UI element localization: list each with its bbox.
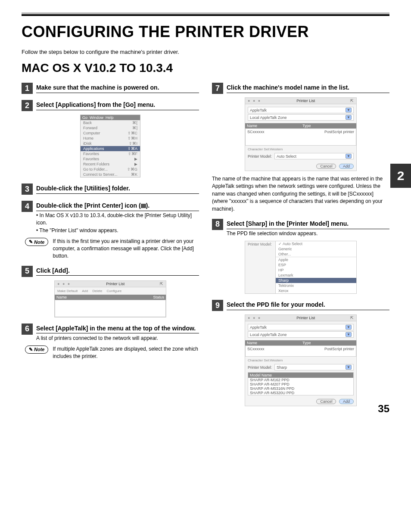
printer-list-screenshot: ● ● ●Printer List⇱ Make Default Add Dele… bbox=[54, 280, 166, 317]
printer-model-value: Sharp bbox=[277, 365, 287, 370]
step-number: 6 bbox=[22, 324, 33, 335]
menu-item: Home⇧⌘H bbox=[81, 136, 140, 141]
rule-thin bbox=[22, 13, 389, 13]
menu-item-selected: Applications⇧⌘A bbox=[81, 146, 140, 151]
col-header: Type bbox=[301, 123, 356, 128]
step-4: 4 Double-click the [Print Center] icon (… bbox=[22, 201, 199, 260]
col-header: Name bbox=[245, 123, 301, 128]
step-3: 3 Double-click the [Utilities] folder. bbox=[22, 184, 199, 195]
list-row: SHARP AR-M207 PPD bbox=[248, 382, 353, 386]
menu-option: ESP bbox=[276, 262, 356, 268]
charset-label: Character Set:Western bbox=[248, 147, 354, 151]
step-1: 1 Make sure that the machine is powered … bbox=[22, 83, 199, 94]
menu-header: Help bbox=[106, 115, 114, 120]
menu-item: Back⌘[ bbox=[81, 120, 140, 125]
list-row: SHARP AR-M5316N PPD bbox=[248, 386, 353, 391]
printer-model-menu-screenshot: Printer Model: Auto Select Generic Other… bbox=[245, 241, 357, 294]
printer-model-label: Printer Model: bbox=[248, 154, 272, 159]
col-header: Name bbox=[245, 340, 301, 345]
col-header: Type bbox=[301, 340, 356, 345]
step-6: 6 Select [AppleTalk] in the menu at the … bbox=[22, 324, 199, 360]
step-number: 3 bbox=[22, 184, 33, 195]
step-title: Make sure that the machine is powered on… bbox=[36, 83, 199, 93]
note-badge: Note bbox=[25, 345, 48, 354]
step-title: Click the machine's model name in the li… bbox=[227, 83, 389, 93]
step-5: 5 Click [Add]. ● ● ●Printer List⇱ Make D… bbox=[22, 266, 199, 317]
note: Note If this is the first time you are i… bbox=[25, 238, 199, 259]
menu-option: Apple bbox=[276, 257, 356, 262]
toolbar-item: Delete bbox=[92, 289, 102, 293]
menu-option: HP bbox=[276, 268, 356, 273]
two-column-layout: 1 Make sure that the machine is powered … bbox=[22, 83, 389, 412]
menu-option-selected: Sharp bbox=[276, 278, 356, 283]
toolbar-item: Add bbox=[82, 289, 88, 293]
dropdown-value: AppleTalk bbox=[250, 325, 267, 330]
toolbar-item: Configure bbox=[107, 289, 122, 293]
col-header: Name bbox=[55, 295, 110, 300]
menu-item: iDisk⇧⌘I bbox=[81, 141, 140, 146]
window-title: Printer List bbox=[261, 316, 350, 320]
step-title: Select [Applications] from the [Go] menu… bbox=[36, 100, 199, 110]
printer-list-screenshot: ● ● ●Printer List⇱ AppleTalk▼ Local Appl… bbox=[245, 314, 357, 406]
menu-option: Auto Select bbox=[276, 241, 356, 246]
list-row: PostScript printer bbox=[324, 347, 354, 351]
note-badge: Note bbox=[25, 238, 48, 246]
dropdown-value: Local AppleTalk Zone bbox=[250, 115, 287, 120]
menu-item: Connect to Server...⌘K bbox=[81, 172, 140, 177]
cancel-button: Cancel bbox=[316, 164, 336, 169]
section-subtitle: MAC OS X V10.2 TO 10.3.4 bbox=[22, 61, 389, 75]
step-title: Double-click the [Print Center] icon (). bbox=[36, 201, 199, 211]
step-number: 4 bbox=[22, 201, 33, 212]
list-row: PostScript printer bbox=[324, 130, 354, 134]
menu-item: Favorites⇧⌘F bbox=[81, 151, 140, 156]
bullet: The "Printer List" window appears. bbox=[36, 227, 199, 234]
step-number: 9 bbox=[212, 300, 223, 311]
menu-header: Go bbox=[82, 115, 87, 120]
left-column: 1 Make sure that the machine is powered … bbox=[22, 83, 199, 412]
step-title-part: ). bbox=[146, 202, 150, 209]
intro-text: Follow the steps below to configure the … bbox=[22, 49, 389, 55]
step-title: Select the PPD file for your model. bbox=[227, 300, 389, 310]
step-number: 1 bbox=[22, 83, 33, 94]
window-title: Printer List bbox=[261, 99, 350, 103]
page-title: CONFIGURING THE PRINTER DRIVER bbox=[22, 23, 389, 41]
list-row: SHARP AR-M5320U PPD bbox=[248, 391, 353, 395]
list-row: SHARP AR-M162 PPD bbox=[248, 378, 353, 382]
step-title-part: Double-click the [Print Center] icon ( bbox=[36, 202, 141, 209]
menu-header: Window bbox=[90, 115, 103, 120]
menu-option: Other... bbox=[276, 252, 356, 257]
menu-item: Go to Folder...⇧⌘G bbox=[81, 167, 140, 172]
step-title: Double-click the [Utilities] folder. bbox=[36, 184, 199, 194]
step-number: 5 bbox=[22, 266, 33, 277]
right-column: 7 Click the machine's model name in the … bbox=[212, 83, 389, 412]
step-number: 7 bbox=[212, 83, 223, 94]
step-title: Select [AppleTalk] in the menu at the to… bbox=[36, 324, 199, 334]
note-text: If multiple AppleTalk zones are displaye… bbox=[53, 345, 199, 360]
menu-item: Forward⌘] bbox=[81, 125, 140, 131]
menu-item: Favorites▶ bbox=[81, 156, 140, 162]
menu-option: Generic bbox=[276, 246, 356, 252]
dropdown-value: AppleTalk bbox=[250, 108, 267, 112]
step-body-text: The PPD file selection window appears. bbox=[227, 230, 389, 237]
step-9: 9 Select the PPD file for your model. ● … bbox=[212, 300, 389, 406]
col-header: Model Name bbox=[248, 373, 353, 378]
step-7: 7 Click the machine's model name in the … bbox=[212, 83, 389, 213]
bullet: In Mac OS X v10.3 to 10.3.4, double-clic… bbox=[36, 212, 199, 227]
toolbar-item: Make Default bbox=[57, 289, 78, 293]
printer-icon bbox=[141, 204, 146, 208]
menu-option: Xerox bbox=[276, 288, 356, 293]
printer-list-screenshot: ● ● ●Printer List⇱ AppleTalk▼ Local Appl… bbox=[245, 97, 357, 171]
window-title: Printer List bbox=[71, 282, 160, 286]
menu-option: Tektronix bbox=[276, 283, 356, 288]
list-row: SCxxxxxx bbox=[247, 130, 265, 134]
go-menu-screenshot: Go Window Help Back⌘[ Forward⌘] Computer… bbox=[80, 115, 140, 177]
step7-paragraph: The name of the machine that appears is … bbox=[212, 175, 389, 213]
chapter-tab: 2 bbox=[390, 164, 411, 188]
note: Note If multiple AppleTalk zones are dis… bbox=[25, 345, 199, 360]
add-button: Add bbox=[339, 164, 354, 169]
step-body-text: A list of printers connected to the netw… bbox=[36, 335, 199, 342]
printer-model-value: Auto Select bbox=[277, 154, 296, 159]
step-title: Click [Add]. bbox=[36, 266, 199, 276]
note-text: If this is the first time you are instal… bbox=[53, 238, 199, 259]
step-2: 2 Select [Applications] from the [Go] me… bbox=[22, 100, 199, 177]
